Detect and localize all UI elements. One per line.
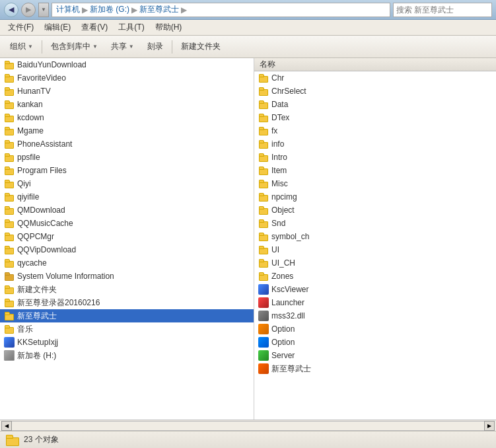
left-list-item[interactable]: Qiyi: [0, 177, 254, 190]
organize-button[interactable]: 组织 ▼: [4, 38, 39, 55]
left-list-item[interactable]: QQPCMgr: [0, 230, 254, 243]
breadcrumb-folder[interactable]: 新至尊武士: [139, 4, 179, 15]
left-list-item[interactable]: qiyifile: [0, 190, 254, 204]
share-button[interactable]: 共享 ▼: [105, 38, 140, 55]
left-list-item[interactable]: 音乐: [0, 322, 254, 336]
column-header: 名称: [254, 58, 496, 71]
dropdown-button[interactable]: ▼: [38, 3, 49, 17]
right-list-item[interactable]: Chr: [254, 71, 496, 85]
menu-view[interactable]: 查看(V): [76, 20, 113, 34]
right-list-item[interactable]: KscViewer: [254, 283, 496, 296]
toolbar-sep1: [42, 40, 42, 54]
left-list-item[interactable]: KKSetupIxjj: [0, 336, 254, 349]
status-text: 23 个对象: [24, 434, 59, 445]
left-list-item[interactable]: ppsfile: [0, 151, 254, 164]
organize-label: 组织: [10, 41, 26, 52]
back-button[interactable]: ◀: [4, 3, 18, 17]
library-label: 包含到库中: [51, 41, 90, 52]
right-list-item[interactable]: Intro: [254, 151, 496, 164]
right-list-item[interactable]: 新至尊武士: [254, 362, 496, 375]
search-input[interactable]: [393, 3, 492, 17]
right-list-item[interactable]: Zones: [254, 270, 496, 283]
left-list-item[interactable]: 新建文件夹: [0, 283, 254, 296]
share-label: 共享: [111, 41, 127, 52]
breadcrumb: 计算机 ▶ 新加卷 (G:) ▶ 新至尊武士 ▶: [52, 3, 390, 17]
breadcrumb-computer[interactable]: 计算机: [56, 4, 80, 15]
col-header-name: 名称: [257, 59, 278, 70]
hscroll-left[interactable]: ◀: [1, 421, 12, 431]
menu-tools[interactable]: 工具(T): [113, 20, 149, 34]
panels-wrapper: BaiduYunDownload FavoriteVideo HunanTV k…: [0, 58, 496, 420]
left-list-item[interactable]: System Volume Information: [0, 270, 254, 283]
left-content[interactable]: BaiduYunDownload FavoriteVideo HunanTV k…: [0, 58, 254, 420]
burn-button[interactable]: 刻录: [141, 38, 169, 55]
share-arrow: ▼: [129, 44, 134, 50]
right-list-item[interactable]: Option: [254, 322, 496, 336]
left-list-item[interactable]: BaiduYunDownload: [0, 58, 254, 71]
burn-label: 刻录: [147, 41, 163, 52]
right-list-item[interactable]: symbol_ch: [254, 230, 496, 243]
left-list-item[interactable]: HunanTV: [0, 85, 254, 98]
right-list-item[interactable]: npcimg: [254, 190, 496, 204]
left-list-item[interactable]: 新至尊登录器20160216: [0, 296, 254, 309]
menu-help[interactable]: 帮助(H): [150, 20, 188, 34]
left-list-item[interactable]: FavoriteVideo: [0, 71, 254, 85]
right-list-item[interactable]: DTex: [254, 111, 496, 124]
right-list-item[interactable]: Item: [254, 164, 496, 177]
library-arrow: ▼: [92, 44, 98, 50]
left-list-item[interactable]: kcdown: [0, 111, 254, 124]
library-button[interactable]: 包含到库中 ▼: [45, 38, 104, 55]
left-list-item[interactable]: QQVipDownload: [0, 243, 254, 256]
right-list-item[interactable]: Snd: [254, 217, 496, 230]
left-panel: BaiduYunDownload FavoriteVideo HunanTV k…: [0, 58, 254, 420]
right-list-item[interactable]: ChrSelect: [254, 85, 496, 98]
right-content[interactable]: Chr ChrSelect Data DTex fx info Intro It…: [254, 71, 496, 420]
right-panel: 名称 Chr ChrSelect Data DTex fx info Intro…: [254, 58, 496, 420]
left-list-item[interactable]: 新至尊武士: [0, 309, 254, 322]
right-list-item[interactable]: info: [254, 137, 496, 151]
left-list-item[interactable]: Mgame: [0, 124, 254, 137]
breadcrumb-sep3: ▶: [181, 5, 187, 15]
title-bar: ◀ ▶ ▼ 计算机 ▶ 新加卷 (G:) ▶ 新至尊武士 ▶: [0, 0, 496, 20]
newfolder-button[interactable]: 新建文件夹: [175, 38, 227, 55]
right-list-item[interactable]: UI: [254, 243, 496, 256]
right-list-item[interactable]: UI_CH: [254, 256, 496, 270]
right-list-item[interactable]: Misc: [254, 177, 496, 190]
breadcrumb-sep1: ▶: [82, 5, 88, 15]
left-list-item[interactable]: Program Files: [0, 164, 254, 177]
left-list-item[interactable]: QQMusicCache: [0, 217, 254, 230]
right-list-item[interactable]: Launcher: [254, 296, 496, 309]
menu-edit[interactable]: 编辑(E): [39, 20, 76, 34]
right-list-item[interactable]: fx: [254, 124, 496, 137]
status-folder-icon: [5, 434, 20, 446]
toolbar: 组织 ▼ 包含到库中 ▼ 共享 ▼ 刻录 新建文件夹: [0, 36, 496, 58]
left-drive-item[interactable]: 新加卷 (H:): [0, 349, 254, 362]
left-list-item[interactable]: QMDownload: [0, 204, 254, 217]
organize-arrow: ▼: [28, 44, 33, 50]
left-list-item[interactable]: qycache: [0, 256, 254, 270]
forward-button[interactable]: ▶: [21, 3, 36, 17]
right-list-item[interactable]: Data: [254, 98, 496, 111]
status-bar: 23 个对象: [0, 431, 496, 448]
right-list-item[interactable]: Object: [254, 204, 496, 217]
right-list-item[interactable]: Server: [254, 349, 496, 362]
newfolder-label: 新建文件夹: [181, 41, 221, 52]
hscroll-right[interactable]: ▶: [484, 421, 495, 431]
menu-bar: 文件(F) 编辑(E) 查看(V) 工具(T) 帮助(H): [0, 20, 496, 36]
right-list-item[interactable]: mss32.dll: [254, 309, 496, 322]
toolbar-sep2: [172, 40, 172, 54]
menu-file[interactable]: 文件(F): [3, 20, 39, 34]
left-list-item[interactable]: kankan: [0, 98, 254, 111]
breadcrumb-sep2: ▶: [131, 5, 137, 15]
breadcrumb-drive[interactable]: 新加卷 (G:): [90, 4, 129, 15]
hscroll-track[interactable]: [12, 421, 484, 431]
horizontal-scroll-area[interactable]: ◀ ▶: [0, 420, 496, 431]
left-list-item[interactable]: PhoneAssistant: [0, 137, 254, 151]
right-list-item[interactable]: Option: [254, 336, 496, 349]
